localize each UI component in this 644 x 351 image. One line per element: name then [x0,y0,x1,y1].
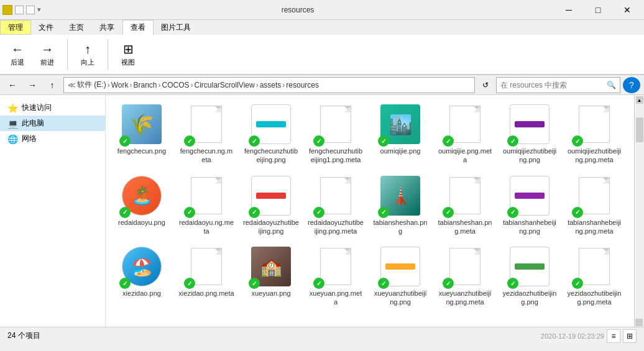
view-icon: ⊞ [123,42,134,57]
breadcrumb-e-drive[interactable]: 软件 (E:) [77,80,106,90]
tab-manage[interactable]: 管理 [0,20,31,35]
file-thumb: ✓ [380,247,420,286]
sidebar-item-network[interactable]: 🌐 网络 [0,131,105,147]
maximize-button[interactable]: □ [584,0,612,20]
file-check-icon: ✓ [119,278,131,289]
breadcrumb-circularscroll[interactable]: CircularScrollView [195,81,255,89]
view-icons-button[interactable]: ⊞ [623,329,637,343]
status-timestamp: 2020-12-19 02:23:29 [541,332,604,340]
file-name: redaidaoyuzhutibeijing.png.meta [308,218,364,236]
view-details-button[interactable]: ≡ [607,329,620,343]
file-item-redaidaoyuzh-meta[interactable]: ✓ redaidaoyuzhutibeijing.png.meta [305,171,367,240]
ribbon-btn-view[interactable]: ⊞ 视图 [116,39,140,70]
color-strip [515,263,545,270]
doc-icon [449,248,481,285]
search-icon[interactable]: 🔍 [607,81,616,89]
breadcrumb-work[interactable]: Work [111,81,129,89]
breadcrumb-assets[interactable]: assets [260,81,282,89]
file-thumb: ✓ [510,104,550,144]
file-item-xueyuanzh-png[interactable]: ✓ xueyuanzhutibeijing.png [369,242,431,311]
close-button[interactable]: ✕ [613,0,642,20]
scroll-down-button[interactable] [635,319,643,326]
app-icon-sm2 [26,6,35,14]
file-item-xueyuanzh-meta[interactable]: ✓ xueyuanzhutibeijing.png.meta [434,242,496,311]
file-item-redaidaoyu-png[interactable]: 🏝️ ✓ redaidaoyu.png [111,171,173,240]
help-button[interactable]: ? [623,77,640,93]
file-name: yezidaozhutibeijing.png [502,289,558,307]
file-item-xueyuan-meta[interactable]: ✓ xueyuan.png.meta [305,242,367,311]
tab-file[interactable]: 文件 [31,20,62,35]
breadcrumb-sep-2: › [129,81,132,89]
tab-share[interactable]: 共享 [92,20,122,35]
breadcrumb-branch[interactable]: Branch [133,81,157,89]
file-check-icon: ✓ [378,207,389,218]
file-item-yezidaozh-png[interactable]: ✓ yezidaozhutibeijing.png [499,242,561,311]
ribbon-btn-up[interactable]: ↑ 向上 [75,39,100,70]
search-bar[interactable]: 🔍 [496,77,620,93]
file-item-fengchecunzh1-meta[interactable]: ✓ fengchecunzhutibeijing1.png.meta [305,100,367,169]
file-thumb: ✓ [316,247,356,286]
file-item-yezidaozh-meta[interactable]: ✓ yezidaozhutibeijing.png.meta [563,242,625,311]
breadcrumb-cocos[interactable]: COCOS [162,81,189,89]
file-item-fengchecunzh-png[interactable]: ✓ fengchecunzhutibeijing.png [240,100,302,169]
file-item-redaidaoyuzh-png[interactable]: ✓ redaidaoyuzhutibeijing.png [240,171,302,240]
file-item-fengchecun-meta[interactable]: ✓ fengchecun.ng.meta [175,100,237,169]
file-name: tabianshanhebeijing.png.meta [566,218,622,236]
file-name: redaidaoyuzhutibeijing.png [243,218,299,236]
status-bar: 24 个项目 2020-12-19 02:23:29 ≡ ⊞ [0,327,644,344]
file-thumb: ✓ [445,176,485,216]
refresh-button[interactable]: ↺ [477,77,494,93]
tab-home[interactable]: 主页 [62,20,92,35]
breadcrumb-resources[interactable]: resources [286,81,319,89]
breadcrumb[interactable]: ≪ 软件 (E:) › Work › Branch › COCOS › Circ… [63,77,475,93]
nav-back-button[interactable]: ← [4,77,21,93]
island-image: 🏝️ [131,185,153,206]
file-item-xueyuan-png[interactable]: 🏫 ✓ xueyuan.png [240,242,302,311]
file-item-oumiqijiezh-meta[interactable]: ✓ oumiqijiezhutibeijing.png.meta [563,100,625,169]
file-thumb: ✓ [316,176,356,216]
nav-up-button[interactable]: ↑ [44,77,61,93]
sidebar-item-quickaccess[interactable]: ⭐ 快速访问 [0,100,105,116]
tab-view[interactable]: 查看 [122,20,154,35]
doc-icon [191,248,222,285]
beach-image: 🏖️ [131,257,153,277]
file-item-xiezidao-meta[interactable]: ✓ xiezidao.png.meta [175,242,237,311]
doc-fold [603,178,609,184]
pagoda-image: 🗼 [390,185,412,206]
sidebar-item-network-label: 网络 [22,134,37,144]
file-check-icon: ✓ [507,135,518,147]
file-item-tabiansheshan-png[interactable]: 🗼 ✓ tabiansheshan.png [369,171,431,240]
file-check-icon: ✓ [378,278,389,289]
file-item-tabiansheshan-meta[interactable]: ✓ tabiansheshan.png.meta [434,171,496,240]
scroll-thumb[interactable] [636,117,643,142]
file-item-oumiqijie-meta[interactable]: ✓ oumiqijie.png.meta [434,100,496,169]
file-item-tabianshanhebj-png[interactable]: ✓ tabianshanhebeijing.png [499,171,561,240]
doc-fold [215,178,221,184]
file-item-xiezidao-png[interactable]: 🏖️ ✓ xiezidao.png [111,242,173,311]
search-input[interactable] [500,81,604,89]
sidebar-item-thispc[interactable]: 💻 此电脑 [0,116,105,131]
file-check-icon: ✓ [184,278,195,289]
file-item-tabianshanhebj-meta[interactable]: ✓ tabianshanhebeijing.png.meta [563,171,625,240]
file-name: xiezidao.png [122,289,161,298]
file-check-icon: ✓ [443,207,454,218]
file-thumb: 🏖️ ✓ [122,247,162,286]
file-check-icon: ✓ [572,207,583,218]
file-item-redaidaoyu-meta[interactable]: ✓ redaidaoyu.ng.meta [175,171,237,240]
ribbon-btn-back[interactable]: ← 后退 [5,39,30,70]
ribbon-btn-view-label: 视图 [121,58,135,67]
file-check-icon: ✓ [443,135,454,147]
file-item-oumiqijie-png[interactable]: 🏙️ ✓ oumiqijie.png [369,100,431,169]
file-thumb: ✓ [316,104,356,144]
doc-fold [344,178,351,184]
scroll-up-button[interactable]: ▲ [636,96,643,104]
scrollbar[interactable]: ▲ [634,95,644,327]
nav-forward-button[interactable]: → [24,77,41,93]
file-item-fengchecun-png[interactable]: 🌾 ✓ fengchecun.png [111,100,173,169]
file-check-icon: ✓ [249,135,260,147]
doc-fold [215,248,221,255]
ribbon-btn-forward[interactable]: → 前进 [35,39,60,70]
file-item-oumiqijiezh-png[interactable]: ✓ oumiqijiezhutibeijing.png [499,100,561,169]
tab-picture-tools[interactable]: 图片工具 [154,20,199,35]
minimize-button[interactable]: ─ [554,0,583,20]
